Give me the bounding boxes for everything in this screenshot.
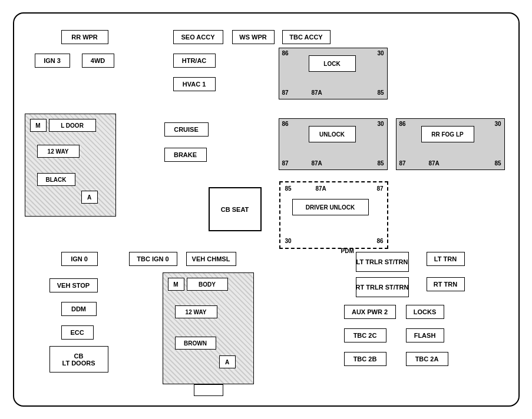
veh-stop: VEH STOP (49, 278, 98, 292)
lock-87: 87 (282, 89, 289, 96)
unlock-relay-box: 86 30 UNLOCK 87 87A 85 (279, 118, 388, 170)
ign3: IGN 3 (35, 54, 70, 68)
ecc: ECC (61, 325, 94, 340)
pdm-box: 85 87A 87 DRIVER UNLOCK 30 86 (279, 181, 388, 249)
du-30: 30 (285, 238, 292, 244)
rr-fog-relay-box: 86 30 RR FOG LP 87 87A 85 (396, 118, 505, 170)
12way-left: 12 WAY (37, 145, 80, 158)
rr-fog-label: RR FOG LP (421, 126, 474, 142)
fuse-diagram: RR WPR SEO ACCY WS WPR TBC ACCY IGN 3 4W… (13, 12, 520, 407)
ws-wpr: WS WPR (232, 30, 275, 44)
body-connector-tab (194, 384, 223, 396)
du-86: 86 (376, 238, 383, 244)
du-87: 87 (376, 185, 383, 192)
ign0: IGN 0 (61, 252, 98, 266)
body-label: BODY (187, 278, 228, 291)
tbc-2c: TBC 2C (344, 328, 386, 342)
l-door-connector: M L DOOR 12 WAY BLACK A (25, 114, 116, 217)
rr-wpr: RR WPR (61, 30, 108, 44)
rt-trn: RT TRN (427, 277, 465, 291)
lt-trlr: LT TRLR ST/TRN (356, 252, 409, 272)
tbc-2b: TBC 2B (344, 352, 386, 366)
veh-chmsl: VEH CHMSL (186, 252, 236, 266)
cb-lt-doors: CB LT DOORS (49, 346, 108, 373)
cb-seat: CB SEAT (209, 187, 262, 231)
tbc-ign0: TBC IGN 0 (129, 252, 177, 266)
unlock-85: 85 (377, 160, 384, 167)
driver-unlock-relay: 85 87A 87 DRIVER UNLOCK 30 86 (280, 182, 388, 249)
fog-30: 30 (494, 121, 501, 127)
flash: FLASH (406, 328, 444, 342)
du-85: 85 (285, 185, 292, 192)
fog-87a: 87A (429, 160, 440, 167)
lock-86: 86 (282, 50, 289, 56)
m-right: M (168, 278, 184, 291)
locks: LOCKS (406, 305, 444, 319)
fwd: 4WD (82, 54, 114, 68)
body-connector: M BODY 12 WAY BROWN A (163, 272, 254, 384)
fog-87: 87 (399, 160, 406, 167)
unlock-30: 30 (377, 121, 384, 127)
l-door-label: L DOOR (49, 119, 96, 132)
seo-accy: SEO ACCY (173, 30, 223, 44)
unlock-label: UNLOCK (309, 126, 356, 142)
du-87a: 87A (316, 185, 326, 192)
lock-relay-box: 86 30 LOCK 87 87A 85 (279, 48, 388, 99)
cruise: CRUISE (164, 122, 209, 137)
a-left: A (81, 191, 98, 204)
m-left: M (30, 119, 47, 132)
lock-85: 85 (377, 89, 384, 96)
htr-ac: HTR/AC (173, 54, 216, 68)
lock-30: 30 (377, 50, 384, 56)
lock-label: LOCK (309, 55, 356, 72)
driver-unlock-label: DRIVER UNLOCK (292, 199, 369, 215)
pdm-label: PDM (341, 248, 354, 254)
a-right: A (219, 355, 236, 368)
aux-pwr2: AUX PWR 2 (344, 305, 396, 319)
brown-label: BROWN (175, 337, 216, 350)
black-label: BLACK (37, 173, 75, 186)
fog-86: 86 (399, 121, 406, 127)
brake: BRAKE (164, 148, 207, 162)
lock-87a: 87A (312, 89, 322, 96)
rt-trlr: RT TRLR ST/TRN (356, 277, 409, 297)
12way-right: 12 WAY (175, 305, 217, 318)
tbc-accy: TBC ACCY (282, 30, 331, 44)
unlock-87: 87 (282, 160, 289, 167)
ddm: DDM (61, 302, 97, 316)
unlock-86: 86 (282, 121, 289, 127)
hvac1: HVAC 1 (173, 77, 216, 91)
fog-85: 85 (494, 160, 501, 167)
unlock-87a: 87A (312, 160, 322, 167)
lt-trn: LT TRN (427, 252, 465, 266)
tbc-2a: TBC 2A (406, 352, 448, 366)
